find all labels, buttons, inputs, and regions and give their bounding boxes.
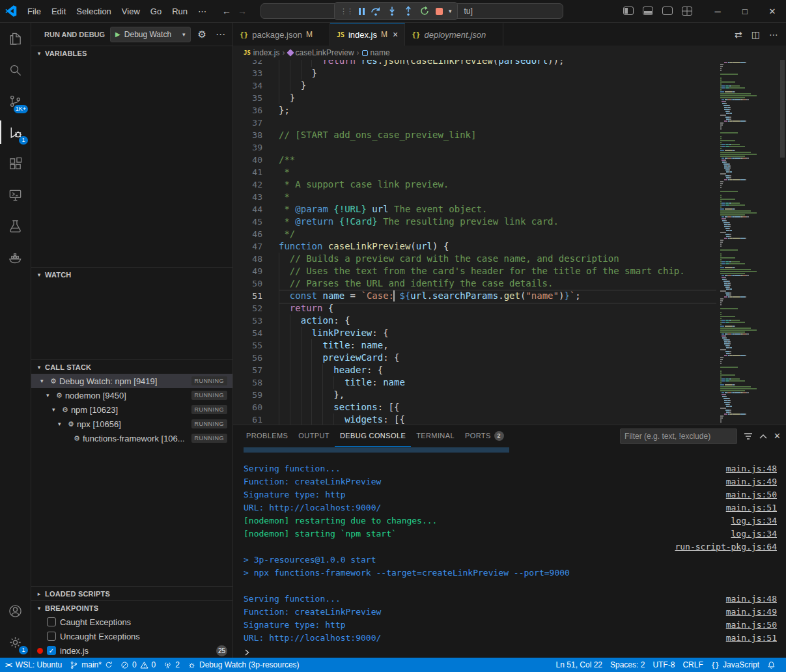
minimap[interactable]	[716, 60, 779, 425]
settings-gear-icon[interactable]: 1	[0, 626, 31, 658]
stop-button[interactable]	[436, 8, 443, 15]
panel-tab-ports[interactable]: PORTS2	[460, 425, 509, 447]
problems-indicator[interactable]: 0 0	[117, 658, 160, 672]
toggle-sidebar-icon[interactable]	[623, 7, 634, 15]
launch-config-dropdown[interactable]: ▶ Debug Watch ▾	[110, 27, 190, 42]
drag-grip-icon[interactable]: ⋮⋮	[340, 8, 353, 14]
code-line-53[interactable]: 53 action: {	[233, 315, 716, 327]
indentation[interactable]: Spaces: 2	[606, 658, 649, 672]
restart-button[interactable]	[419, 6, 430, 16]
code-line-52[interactable]: 52 return {	[233, 302, 716, 315]
console-source-link[interactable]: main.js:50	[726, 619, 777, 632]
code-line-56[interactable]: 56 previewCard: {	[233, 352, 716, 364]
section-call-stack[interactable]: ▾ CALL STACK	[31, 359, 232, 374]
code-line-33[interactable]: 33 }	[233, 67, 716, 79]
code-line-42[interactable]: 42 * A support case link preview.	[233, 178, 716, 191]
tab-deployment-json[interactable]: {}deployment.json	[405, 23, 503, 46]
tab-index-js[interactable]: JSindex.jsM×	[330, 23, 405, 46]
eol-sequence[interactable]: CRLF	[679, 658, 707, 672]
maximize-panel-icon[interactable]	[759, 434, 767, 439]
code-line-60[interactable]: 60 sections: [{	[233, 401, 716, 413]
code-line-41[interactable]: 41 *	[233, 166, 716, 178]
notifications-bell[interactable]	[763, 658, 779, 672]
debug-console-input[interactable]	[244, 646, 777, 658]
code-line-34[interactable]: 34 }	[233, 79, 716, 92]
ports-indicator[interactable]: 2	[160, 658, 184, 672]
split-editor-icon[interactable]: ◫	[751, 29, 760, 40]
maximize-button[interactable]: □	[731, 0, 759, 23]
code-line-32[interactable]: 32 return res.json(caseLinkPreview(parse…	[233, 60, 716, 67]
close-button[interactable]: ✕	[759, 0, 786, 23]
code-line-61[interactable]: 61 widgets: [{	[233, 413, 716, 425]
code-line-51[interactable]: 51 const name = `Case: ${url.searchParam…	[233, 290, 716, 302]
console-source-link[interactable]: main.js:48	[726, 462, 777, 475]
code-line-43[interactable]: 43 *	[233, 191, 716, 203]
code-line-36[interactable]: 36};	[233, 104, 716, 117]
code-line-46[interactable]: 46 */	[233, 228, 716, 240]
menu-selection[interactable]: Selection	[71, 5, 116, 18]
section-variables[interactable]: ▾ VARIABLES	[31, 46, 232, 60]
menu-go[interactable]: Go	[145, 5, 167, 18]
console-source-link[interactable]: main.js:49	[726, 606, 777, 619]
breakpoint-checkbox[interactable]: ✓	[47, 646, 56, 655]
cursor-position[interactable]: Ln 51, Col 22	[552, 658, 606, 672]
panel-tab-output[interactable]: OUTPUT	[293, 425, 335, 447]
breakpoint-checkbox[interactable]	[47, 617, 56, 626]
menu-file[interactable]: File	[22, 5, 46, 18]
toggle-panel-icon[interactable]	[643, 7, 653, 15]
console-source-link[interactable]: main.js:49	[726, 475, 777, 488]
debug-settings-gear-icon[interactable]: ⚙	[196, 29, 208, 40]
step-out-button[interactable]	[403, 6, 414, 16]
debug-status[interactable]: Debug Watch (3p-resources)	[184, 658, 303, 672]
breakpoint-checkbox[interactable]	[47, 632, 56, 641]
step-into-button[interactable]	[387, 6, 397, 16]
console-source-link[interactable]: main.js:51	[726, 501, 777, 514]
call-stack-session[interactable]: ▾⚙nodemon [9450]RUNNING	[31, 388, 232, 402]
source-control-icon[interactable]: 1K+	[0, 85, 31, 117]
console-filter-input[interactable]	[620, 428, 737, 444]
toggle-secondary-sidebar-icon[interactable]	[662, 7, 673, 15]
debug-console[interactable]: Serving function...main.js:48Function: c…	[233, 447, 786, 658]
panel-tab-terminal[interactable]: TERMINAL	[411, 425, 460, 447]
forward-arrow-icon[interactable]: →	[238, 6, 247, 16]
section-breakpoints[interactable]: ▾ BREAKPOINTS	[31, 600, 232, 615]
editor-scrollbar[interactable]	[779, 60, 786, 425]
console-source-link[interactable]: main.js:48	[726, 593, 777, 606]
breakpoint-row[interactable]: ✓index.js25	[31, 643, 232, 658]
remote-indicator[interactable]: >< WSL: Ubuntu	[0, 658, 66, 672]
extensions-icon[interactable]	[0, 148, 31, 179]
breadcrumb-item-index-js[interactable]: JSindex.js	[244, 48, 280, 57]
customize-layout-icon[interactable]	[682, 7, 692, 16]
accounts-icon[interactable]	[0, 595, 31, 626]
encoding[interactable]: UTF-8	[649, 658, 679, 672]
code-line-45[interactable]: 45 * @return {!Card} The resulting previ…	[233, 216, 716, 228]
more-actions-icon[interactable]: ⋯	[769, 29, 778, 40]
code-line-48[interactable]: 48 // Builds a preview card with the cas…	[233, 253, 716, 265]
testing-beaker-icon[interactable]	[0, 210, 31, 242]
console-source-link[interactable]: main.js:51	[726, 632, 777, 645]
code-area[interactable]: 32 return res.json(caseLinkPreview(parse…	[233, 60, 716, 425]
menu-run[interactable]: Run	[167, 5, 193, 18]
search-icon[interactable]	[0, 54, 31, 85]
console-source-link[interactable]: log.js:34	[731, 514, 777, 527]
code-line-39[interactable]: 39	[233, 141, 716, 154]
menu-view[interactable]: View	[117, 5, 145, 18]
step-over-button[interactable]	[371, 6, 381, 16]
menu-[interactable]: ⋯	[193, 5, 212, 18]
code-line-57[interactable]: 57 header: {	[233, 364, 716, 376]
tab-package-json[interactable]: {}package.jsonM	[233, 23, 330, 46]
code-line-47[interactable]: 47function caseLinkPreview(url) {	[233, 240, 716, 253]
code-line-49[interactable]: 49 // Uses the text from the card's head…	[233, 265, 716, 277]
command-center[interactable]: ⋮⋮	[260, 3, 563, 19]
code-line-54[interactable]: 54 linkPreview: {	[233, 327, 716, 339]
close-panel-icon[interactable]: ✕	[774, 431, 781, 441]
panel-tab-problems[interactable]: PROBLEMS	[241, 425, 293, 447]
code-line-38[interactable]: 38// [START add_ons_case_preview_link]	[233, 129, 716, 141]
console-source-link[interactable]: run-script-pkg.js:64	[675, 540, 777, 553]
section-watch[interactable]: ▾ WATCH	[31, 267, 232, 281]
scrollbar-thumb[interactable]	[780, 60, 785, 158]
call-stack-session[interactable]: ⚙functions-framework [106...RUNNING	[31, 431, 232, 445]
code-line-35[interactable]: 35 }	[233, 92, 716, 104]
filter-icon[interactable]	[744, 432, 753, 440]
console-source-link[interactable]: log.js:34	[731, 527, 777, 540]
